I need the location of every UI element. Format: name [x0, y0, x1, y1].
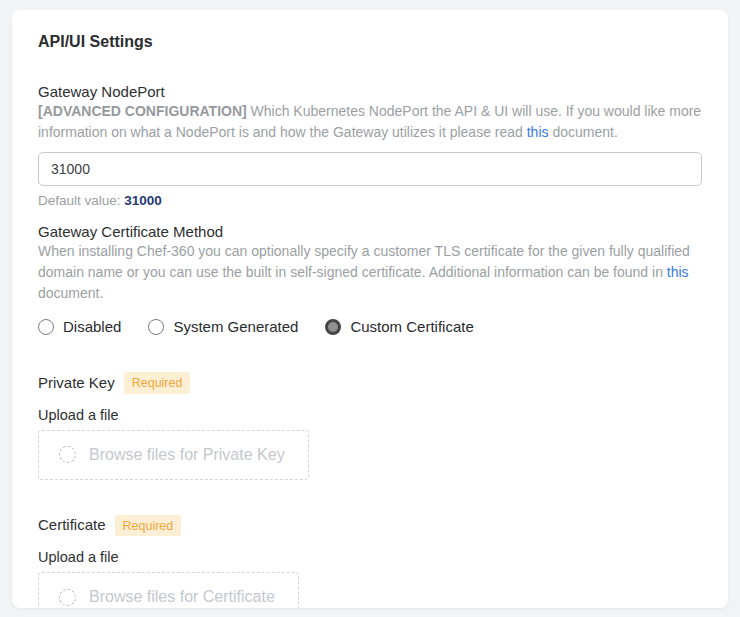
radio-button-icon[interactable]: [325, 319, 341, 335]
certificate-method-description-tail: document.: [38, 285, 103, 301]
upload-spinner-icon: [59, 589, 76, 606]
default-value-number: 31000: [124, 193, 162, 208]
certificate-method-radio-group: Disabled System Generated Custom Certifi…: [38, 318, 702, 335]
page-title: API/UI Settings: [38, 33, 702, 51]
advanced-configuration-tag: [ADVANCED CONFIGURATION]: [38, 103, 247, 119]
radio-option-label: Custom Certificate: [350, 318, 473, 335]
gateway-nodeport-description: [ADVANCED CONFIGURATION] Which Kubernete…: [38, 101, 702, 143]
private-key-header: Private Key Required: [38, 372, 702, 394]
radio-option-custom-certificate[interactable]: Custom Certificate: [325, 318, 473, 335]
private-key-browse-button[interactable]: Browse files for Private Key: [38, 430, 309, 480]
radio-option-disabled[interactable]: Disabled: [38, 318, 121, 335]
radio-option-label: System Generated: [173, 318, 298, 335]
certificate-browse-text: Browse files for Certificate: [89, 588, 275, 606]
certificate-method-description-text: When installing Chef-360 you can optiona…: [38, 243, 690, 280]
radio-option-system-generated[interactable]: System Generated: [148, 318, 298, 335]
required-badge: Required: [124, 372, 191, 394]
certificate-upload-label: Upload a file: [38, 549, 702, 565]
certificate-label: Certificate: [38, 516, 106, 534]
gateway-nodeport-description-tail: document.: [549, 124, 618, 140]
default-value-label: Default value:: [38, 193, 124, 208]
gateway-nodeport-input[interactable]: [38, 152, 702, 186]
api-ui-settings-card: API/UI Settings Gateway NodePort [ADVANC…: [12, 10, 728, 608]
radio-button-icon[interactable]: [38, 319, 54, 335]
radio-button-icon[interactable]: [148, 319, 164, 335]
gateway-nodeport-label: Gateway NodePort: [38, 83, 702, 100]
certificate-method-label: Gateway Certificate Method: [38, 223, 702, 240]
certificate-doc-link[interactable]: this: [667, 264, 689, 280]
gateway-nodeport-default: Default value: 31000: [38, 193, 702, 209]
private-key-browse-text: Browse files for Private Key: [89, 446, 285, 464]
private-key-label: Private Key: [38, 374, 115, 392]
certificate-method-description: When installing Chef-360 you can optiona…: [38, 241, 702, 304]
radio-option-label: Disabled: [63, 318, 121, 335]
required-badge: Required: [115, 515, 182, 537]
certificate-browse-button[interactable]: Browse files for Certificate: [38, 572, 299, 608]
certificate-header: Certificate Required: [38, 515, 702, 537]
upload-spinner-icon: [59, 446, 76, 463]
nodeport-doc-link[interactable]: this: [527, 124, 549, 140]
private-key-upload-label: Upload a file: [38, 407, 702, 423]
